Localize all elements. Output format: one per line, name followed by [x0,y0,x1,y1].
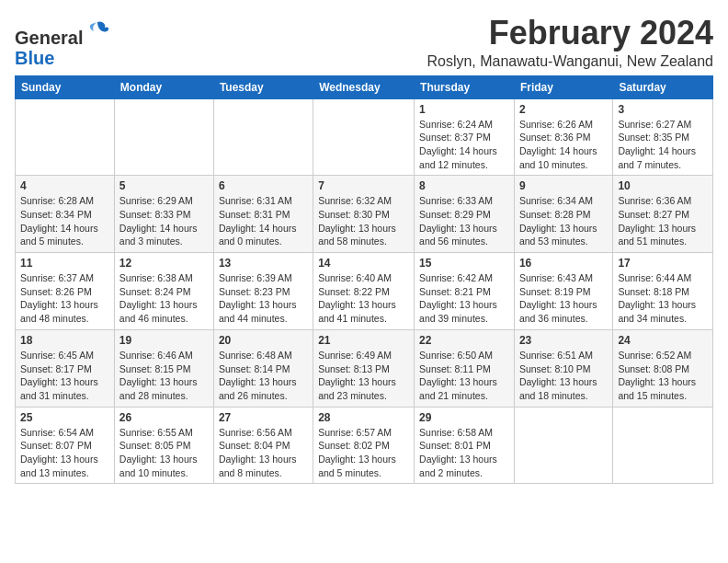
table-row: 9Sunrise: 6:34 AMSunset: 8:28 PMDaylight… [514,176,612,253]
logo-bird-icon [85,18,110,44]
day-number: 22 [419,334,509,347]
day-info: Sunrise: 6:50 AMSunset: 8:11 PMDaylight:… [419,349,509,403]
table-row: 10Sunrise: 6:36 AMSunset: 8:27 PMDayligh… [613,176,713,253]
header-sunday: Sunday [16,75,115,98]
calendar-week-1: 1Sunrise: 6:24 AMSunset: 8:37 PMDaylight… [16,98,713,176]
month-title: February 2024 [427,15,713,52]
day-number: 1 [419,103,509,116]
logo-general: General [15,28,83,48]
day-number: 23 [519,334,608,347]
day-number: 5 [119,179,209,192]
day-number: 7 [318,179,409,192]
day-info: Sunrise: 6:57 AMSunset: 8:02 PMDaylight:… [318,426,409,480]
day-info: Sunrise: 6:24 AMSunset: 8:37 PMDaylight:… [419,118,509,172]
location-title: Roslyn, Manawatu-Wanganui, New Zealand [427,53,713,70]
table-row: 15Sunrise: 6:42 AMSunset: 8:21 PMDayligh… [415,253,515,330]
table-row: 8Sunrise: 6:33 AMSunset: 8:29 PMDaylight… [415,176,515,253]
day-info: Sunrise: 6:37 AMSunset: 8:26 PMDaylight:… [20,271,109,326]
table-row: 4Sunrise: 6:28 AMSunset: 8:34 PMDaylight… [16,176,115,253]
table-row: 17Sunrise: 6:44 AMSunset: 8:18 PMDayligh… [613,253,713,330]
logo: General Blue [15,18,110,68]
day-number: 24 [618,334,708,347]
day-number: 25 [20,411,109,424]
day-info: Sunrise: 6:27 AMSunset: 8:35 PMDaylight:… [618,118,708,172]
day-info: Sunrise: 6:32 AMSunset: 8:30 PMDaylight:… [318,194,409,248]
day-info: Sunrise: 6:42 AMSunset: 8:21 PMDaylight:… [419,271,509,326]
day-info: Sunrise: 6:38 AMSunset: 8:24 PMDaylight:… [119,271,209,326]
day-number: 14 [318,257,409,270]
calendar-week-3: 11Sunrise: 6:37 AMSunset: 8:26 PMDayligh… [16,253,713,330]
day-number: 16 [519,257,608,270]
day-info: Sunrise: 6:56 AMSunset: 8:04 PMDaylight:… [219,426,308,480]
table-row: 18Sunrise: 6:45 AMSunset: 8:17 PMDayligh… [16,329,115,407]
calendar-week-4: 18Sunrise: 6:45 AMSunset: 8:17 PMDayligh… [16,329,713,407]
table-row [613,407,713,484]
header-thursday: Thursday [415,75,515,98]
table-row [313,98,415,176]
day-info: Sunrise: 6:45 AMSunset: 8:17 PMDaylight:… [20,349,109,403]
day-info: Sunrise: 6:55 AMSunset: 8:05 PMDaylight:… [119,426,209,480]
day-info: Sunrise: 6:36 AMSunset: 8:27 PMDaylight:… [618,194,708,248]
day-info: Sunrise: 6:49 AMSunset: 8:13 PMDaylight:… [318,349,409,403]
table-row: 23Sunrise: 6:51 AMSunset: 8:10 PMDayligh… [514,329,612,407]
table-row: 20Sunrise: 6:48 AMSunset: 8:14 PMDayligh… [213,329,313,407]
table-row: 28Sunrise: 6:57 AMSunset: 8:02 PMDayligh… [313,407,415,484]
day-info: Sunrise: 6:46 AMSunset: 8:15 PMDaylight:… [119,349,209,403]
day-info: Sunrise: 6:52 AMSunset: 8:08 PMDaylight:… [618,349,708,403]
table-row: 19Sunrise: 6:46 AMSunset: 8:15 PMDayligh… [114,329,213,407]
day-info: Sunrise: 6:43 AMSunset: 8:19 PMDaylight:… [519,271,608,326]
table-row: 25Sunrise: 6:54 AMSunset: 8:07 PMDayligh… [16,407,115,484]
day-number: 4 [20,179,109,192]
table-row: 26Sunrise: 6:55 AMSunset: 8:05 PMDayligh… [114,407,213,484]
day-info: Sunrise: 6:44 AMSunset: 8:18 PMDaylight:… [618,271,708,326]
table-row: 24Sunrise: 6:52 AMSunset: 8:08 PMDayligh… [613,329,713,407]
day-number: 10 [618,179,708,192]
day-info: Sunrise: 6:39 AMSunset: 8:23 PMDaylight:… [219,271,308,326]
table-row: 11Sunrise: 6:37 AMSunset: 8:26 PMDayligh… [16,253,115,330]
table-row: 1Sunrise: 6:24 AMSunset: 8:37 PMDaylight… [415,98,515,176]
table-row: 2Sunrise: 6:26 AMSunset: 8:36 PMDaylight… [514,98,612,176]
day-info: Sunrise: 6:58 AMSunset: 8:01 PMDaylight:… [419,426,509,480]
table-row [114,98,213,176]
table-row: 7Sunrise: 6:32 AMSunset: 8:30 PMDaylight… [313,176,415,253]
table-row: 5Sunrise: 6:29 AMSunset: 8:33 PMDaylight… [114,176,213,253]
day-number: 8 [419,179,509,192]
header-saturday: Saturday [613,75,713,98]
table-row [514,407,612,484]
header: General Blue February 2024 Roslyn, Manaw… [15,15,713,70]
table-row: 27Sunrise: 6:56 AMSunset: 8:04 PMDayligh… [213,407,313,484]
title-section: February 2024 Roslyn, Manawatu-Wanganui,… [427,15,713,70]
logo-blue: Blue [15,48,54,68]
day-number: 19 [119,334,209,347]
table-row: 16Sunrise: 6:43 AMSunset: 8:19 PMDayligh… [514,253,612,330]
day-number: 6 [219,179,308,192]
day-info: Sunrise: 6:54 AMSunset: 8:07 PMDaylight:… [20,426,109,480]
header-tuesday: Tuesday [213,75,313,98]
table-row: 13Sunrise: 6:39 AMSunset: 8:23 PMDayligh… [213,253,313,330]
header-monday: Monday [114,75,213,98]
day-number: 12 [119,257,209,270]
day-number: 28 [318,411,409,424]
table-row: 12Sunrise: 6:38 AMSunset: 8:24 PMDayligh… [114,253,213,330]
calendar-week-5: 25Sunrise: 6:54 AMSunset: 8:07 PMDayligh… [16,407,713,484]
header-friday: Friday [514,75,612,98]
weekday-header-row: Sunday Monday Tuesday Wednesday Thursday… [16,75,713,98]
day-number: 15 [419,257,509,270]
day-number: 3 [618,103,708,116]
table-row: 22Sunrise: 6:50 AMSunset: 8:11 PMDayligh… [415,329,515,407]
day-number: 26 [119,411,209,424]
day-info: Sunrise: 6:33 AMSunset: 8:29 PMDaylight:… [419,194,509,248]
page-container: General Blue February 2024 Roslyn, Manaw… [15,15,713,484]
day-number: 27 [219,411,308,424]
logo-text: General Blue [15,18,110,68]
day-number: 17 [618,257,708,270]
day-info: Sunrise: 6:31 AMSunset: 8:31 PMDaylight:… [219,194,308,248]
day-number: 18 [20,334,109,347]
day-info: Sunrise: 6:29 AMSunset: 8:33 PMDaylight:… [119,194,209,248]
table-row: 21Sunrise: 6:49 AMSunset: 8:13 PMDayligh… [313,329,415,407]
day-number: 11 [20,257,109,270]
day-number: 13 [219,257,308,270]
day-info: Sunrise: 6:26 AMSunset: 8:36 PMDaylight:… [519,118,608,172]
day-number: 9 [519,179,608,192]
header-wednesday: Wednesday [313,75,415,98]
